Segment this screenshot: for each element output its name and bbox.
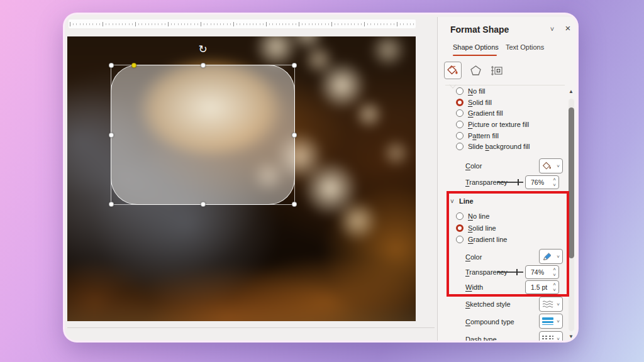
rotate-handle-icon[interactable]: ↻ <box>198 44 207 55</box>
scrollbar-up-icon[interactable]: ▲ <box>567 89 575 94</box>
scrollbar-down-icon[interactable]: ▼ <box>567 334 575 339</box>
selection-bounding-box: ↻ <box>111 65 295 205</box>
selection-handle[interactable] <box>109 202 114 207</box>
paint-bucket-icon <box>542 162 552 171</box>
dash-lines-icon <box>542 336 553 342</box>
effects-icon[interactable] <box>467 62 484 79</box>
spinner-up-icon[interactable]: ˄ <box>553 177 556 182</box>
radio-label: Solid fill <box>468 99 492 106</box>
section-divider <box>445 85 565 85</box>
shape-adjust-handle[interactable] <box>131 63 136 68</box>
radio-label: No fill <box>468 87 486 95</box>
selection-handle[interactable] <box>109 63 114 68</box>
selection-handle[interactable] <box>292 133 297 138</box>
format-shape-pane: Format Shape ˅ × Shape Options Text Opti… <box>437 17 578 342</box>
fill-option-row[interactable]: Slide background fill <box>456 143 530 151</box>
selection-handle[interactable] <box>109 133 114 138</box>
sketched-style-button[interactable]: ˅ <box>539 297 563 312</box>
status-bar-divider <box>67 327 435 328</box>
radio-label: Gradient fill <box>468 109 503 117</box>
selection-handle[interactable] <box>292 63 297 68</box>
tab-text-options[interactable]: Text Options <box>506 43 544 51</box>
radio-label: Picture or texture fill <box>468 121 529 128</box>
horizontal-ruler[interactable] <box>69 19 416 28</box>
slider-knob[interactable] <box>518 179 519 185</box>
radio-button[interactable] <box>456 121 464 128</box>
tab-shape-options[interactable]: Shape Options <box>453 43 499 51</box>
chevron-down-icon[interactable]: ˅ <box>547 25 557 33</box>
radio-button[interactable] <box>456 87 464 95</box>
chevron-down-icon: ˅ <box>557 302 560 307</box>
size-properties-icon[interactable] <box>488 62 506 79</box>
fill-option-row[interactable]: Pattern fill <box>456 131 530 140</box>
compound-lines-icon <box>542 317 553 325</box>
radio-label: Slide background fill <box>468 143 530 150</box>
size-icon <box>491 65 503 77</box>
pentagon-icon <box>470 65 482 76</box>
active-tab-underline <box>453 55 497 56</box>
fill-option-row[interactable]: Picture or texture fill <box>456 121 530 129</box>
radio-button[interactable] <box>456 143 464 150</box>
fill-transparency-spinner[interactable]: 76% ˄˅ <box>525 175 559 189</box>
radio-button[interactable] <box>456 132 464 140</box>
dash-type-button[interactable]: ˅ <box>539 331 563 342</box>
close-icon[interactable]: × <box>563 23 573 33</box>
fill-option-row[interactable]: No fill <box>456 87 530 96</box>
red-highlight-rectangle <box>447 191 569 297</box>
fill-option-row[interactable]: Solid fill <box>456 99 530 107</box>
pane-title: Format Shape <box>450 25 509 35</box>
chevron-down-icon: ˅ <box>557 319 560 324</box>
fill-transparency-value: 76% <box>531 178 544 186</box>
powerpoint-window: ↻ Format Shape ˅ × Shape Options Text Op… <box>63 13 579 343</box>
radio-button[interactable] <box>456 99 464 106</box>
selection-handle[interactable] <box>201 202 206 207</box>
chevron-down-icon: ˅ <box>557 336 560 342</box>
spinner-down-icon[interactable]: ˅ <box>553 182 556 188</box>
fill-color-button[interactable]: ˅ <box>539 158 563 173</box>
scrollbar-thumb[interactable] <box>569 107 574 258</box>
paint-bucket-icon <box>447 65 459 76</box>
selection-handle[interactable] <box>201 63 206 68</box>
sketched-lines-icon <box>542 300 553 309</box>
compound-type-button[interactable]: ˅ <box>539 314 563 329</box>
radio-label: Pattern fill <box>468 132 499 140</box>
fill-transparency-slider[interactable] <box>497 182 523 183</box>
fill-and-line-icon[interactable] <box>444 62 462 79</box>
fill-option-row[interactable]: Gradient fill <box>456 109 530 118</box>
desktop-background: { "ruler": { "units": [ {"label":"2","x"… <box>0 0 644 362</box>
selection-handle[interactable] <box>292 202 297 207</box>
fill-options-group: No fill Solid fill Gradient fill Picture… <box>456 87 530 151</box>
sketched-style-label: Sketched style <box>465 300 511 308</box>
compound-type-label: Compound type <box>465 318 514 326</box>
slide-canvas[interactable]: ↻ <box>67 36 416 321</box>
chevron-down-icon: ˅ <box>557 163 560 169</box>
fill-color-label: Color <box>465 162 482 170</box>
dash-type-label: Dash type <box>465 336 497 342</box>
radio-button[interactable] <box>456 109 464 117</box>
